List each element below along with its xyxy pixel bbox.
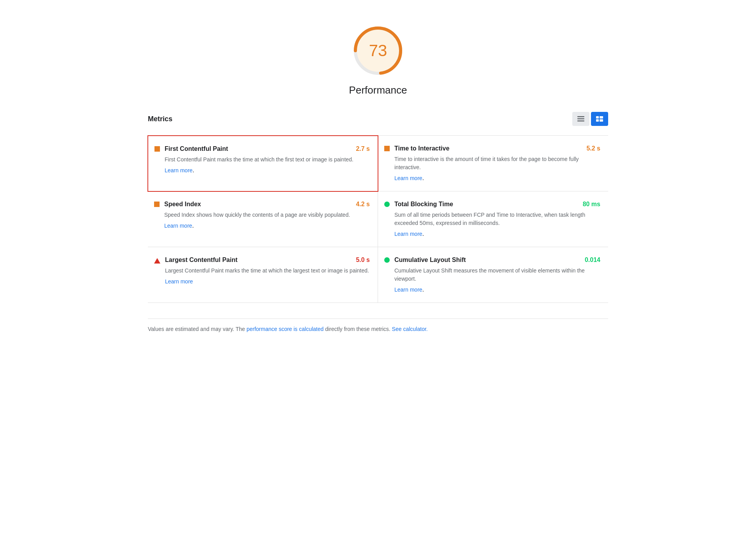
metric-cls: Cumulative Layout Shift 0.014 Cumulative… <box>378 247 608 303</box>
tbt-icon <box>384 202 390 209</box>
metrics-title: Metrics <box>148 115 172 123</box>
list-view-button[interactable] <box>572 112 589 126</box>
svg-rect-8 <box>596 119 599 122</box>
tbt-name: Total Blocking Time <box>394 201 453 208</box>
score-circle: 73 <box>351 23 405 78</box>
svg-rect-5 <box>577 120 584 122</box>
lcp-value: 5.0 s <box>356 257 370 264</box>
cls-value: 0.014 <box>585 257 600 264</box>
tti-description: Time to interactive is the amount of tim… <box>394 155 600 172</box>
svg-rect-3 <box>577 116 584 117</box>
footer-text-middle: directly from these metrics. <box>324 326 392 332</box>
tbt-learn-more[interactable]: Learn more <box>394 231 422 237</box>
cls-learn-more[interactable]: Learn more <box>394 287 422 293</box>
performance-score-link[interactable]: performance score is calculated <box>247 326 324 332</box>
metric-lcp: Largest Contentful Paint 5.0 s Largest C… <box>148 247 378 303</box>
fcp-icon <box>154 146 160 153</box>
svg-rect-9 <box>600 119 603 122</box>
cls-icon <box>384 257 390 264</box>
score-label: Performance <box>349 84 407 96</box>
score-section: 73 Performance <box>148 16 608 96</box>
lcp-description: Largest Contentful Paint marks the time … <box>165 267 370 275</box>
fcp-name: First Contentful Paint <box>165 145 228 152</box>
svg-rect-6 <box>596 116 599 119</box>
fcp-period: . <box>193 167 194 173</box>
metric-tbt: Total Blocking Time 80 ms Sum of all tim… <box>378 191 608 247</box>
fcp-value: 2.7 s <box>356 145 370 152</box>
si-period: . <box>192 222 194 229</box>
lcp-icon <box>154 257 160 265</box>
detail-view-button[interactable] <box>591 112 608 126</box>
tbt-period: . <box>422 230 424 237</box>
cls-period: . <box>422 286 424 293</box>
svg-rect-7 <box>600 116 603 119</box>
footer-text-before: Values are estimated and may vary. The <box>148 326 247 332</box>
svg-rect-4 <box>577 119 584 120</box>
lcp-name: Largest Contentful Paint <box>165 257 238 264</box>
si-learn-more[interactable]: Learn more <box>164 223 192 229</box>
metric-fcp: First Contentful Paint 2.7 s First Conte… <box>147 135 378 192</box>
metric-si: Speed Index 4.2 s Speed Index shows how … <box>148 191 378 247</box>
tti-value: 5.2 s <box>586 145 600 152</box>
fcp-description: First Contentful Paint marks the time at… <box>165 156 370 164</box>
tti-name: Time to Interactive <box>394 145 449 152</box>
tbt-value: 80 ms <box>583 201 600 208</box>
cls-name: Cumulative Layout Shift <box>394 257 466 264</box>
view-toggle <box>572 112 608 126</box>
tti-icon <box>384 146 390 153</box>
fcp-learn-more[interactable]: Learn more <box>165 167 193 173</box>
cls-description: Cumulative Layout Shift measures the mov… <box>394 267 600 283</box>
footer-note: Values are estimated and may vary. The p… <box>148 318 608 333</box>
metrics-header: Metrics <box>148 112 608 129</box>
si-icon <box>154 202 160 209</box>
see-calculator-link[interactable]: See calculator. <box>392 326 428 332</box>
si-description: Speed Index shows how quickly the conten… <box>164 211 370 219</box>
tbt-description: Sum of all time periods between FCP and … <box>394 211 600 227</box>
metric-tti: Time to Interactive 5.2 s Time to intera… <box>378 136 608 191</box>
si-value: 4.2 s <box>356 201 370 208</box>
si-name: Speed Index <box>164 201 201 208</box>
metrics-grid: First Contentful Paint 2.7 s First Conte… <box>148 135 608 303</box>
tti-period: . <box>422 175 424 181</box>
score-value: 73 <box>369 41 387 60</box>
tti-learn-more[interactable]: Learn more <box>394 175 422 181</box>
lcp-learn-more[interactable]: Learn more <box>165 278 193 285</box>
